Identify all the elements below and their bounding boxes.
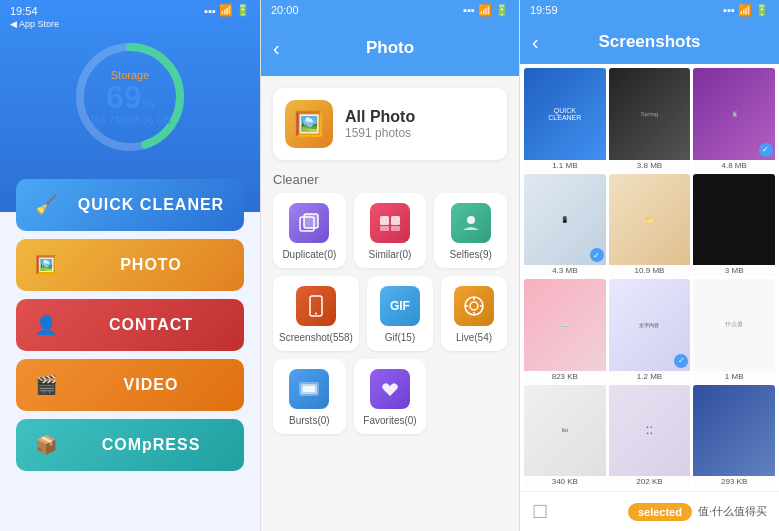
- screenshot-label: Screenshot(558): [279, 332, 353, 343]
- screenshot-thumb-8: 什么值: [693, 279, 775, 371]
- status-bar-3: 19:59 ▪▪▪ 📶 🔋: [520, 0, 779, 20]
- grid-item-live[interactable]: Live(54): [441, 276, 507, 351]
- svg-rect-7: [391, 226, 400, 231]
- screenshot-size-3: 4.3 MB: [524, 265, 606, 276]
- selfies-label: Selfies(9): [450, 249, 492, 260]
- grid-item-bursts[interactable]: Bursts(0): [273, 359, 346, 434]
- screenshot-cell-0[interactable]: QUICKCLEANER 1.1 MB: [524, 68, 606, 171]
- screenshot-cell-8[interactable]: 什么值 1 MB: [693, 279, 775, 382]
- all-photo-title: All Photo: [345, 108, 415, 126]
- wifi-icon-2: 📶: [478, 4, 492, 17]
- favorites-icon: [370, 369, 410, 409]
- wifi-icon: 📶: [219, 4, 233, 17]
- duplicate-icon: [289, 203, 329, 243]
- compress-button[interactable]: 📦 COMpRESS: [16, 419, 244, 471]
- photo-label: PHOTO: [72, 256, 230, 274]
- svg-rect-5: [391, 216, 400, 225]
- video-button[interactable]: 🎬 VIDEO: [16, 359, 244, 411]
- quick-cleaner-button[interactable]: 🧹 QUICK CLEANER: [16, 179, 244, 231]
- status-icons-2: ▪▪▪ 📶 🔋: [463, 4, 509, 17]
- screenshot-size-10: 202 KB: [609, 476, 691, 487]
- back-button-3[interactable]: ‹: [532, 31, 539, 54]
- select-all-icon[interactable]: ☐: [532, 501, 548, 523]
- screenshot-size-11: 293 KB: [693, 476, 775, 487]
- favorites-label: Favorites(0): [363, 415, 416, 426]
- svg-rect-19: [303, 386, 315, 392]
- screenshot-cell-7[interactable]: 文字内容 1.2 MB ✓: [609, 279, 691, 382]
- selfies-icon: [451, 203, 491, 243]
- svg-point-8: [467, 216, 475, 224]
- battery-icon: 🔋: [236, 4, 250, 17]
- all-photo-text: All Photo 1591 photos: [345, 108, 415, 140]
- bursts-label: Bursts(0): [289, 415, 330, 426]
- video-label: VIDEO: [72, 376, 230, 394]
- status-icons-3: ▪▪▪ 📶 🔋: [723, 4, 769, 17]
- photo-button[interactable]: 🖼️ PHOTO: [16, 239, 244, 291]
- panel-main: 19:54 ▪▪▪ 📶 🔋 ◀ App Store Storage 69% 16…: [0, 0, 260, 531]
- svg-point-12: [470, 302, 478, 310]
- screenshot-cell-2[interactable]: 🕺 4.8 MB ✓: [693, 68, 775, 171]
- bursts-icon: [289, 369, 329, 409]
- battery-icon-2: 🔋: [495, 4, 509, 17]
- all-photo-card[interactable]: 🖼️ All Photo 1591 photos: [273, 88, 507, 160]
- screenshot-cell-11[interactable]: 293 KB: [693, 385, 775, 488]
- panel-photo: 20:00 ▪▪▪ 📶 🔋 ‹ Photo 🖼️ All Photo 1591 …: [260, 0, 520, 531]
- check-badge-3: ✓: [590, 248, 604, 262]
- screenshot-cell-5[interactable]: 3 MB: [693, 174, 775, 277]
- screenshot-cell-6[interactable]: ⌨️ 823 KB: [524, 279, 606, 382]
- grid-item-gif[interactable]: GIF Gif(15): [367, 276, 433, 351]
- signal-icon-3: ▪▪▪: [723, 4, 735, 16]
- status-bar-1: 19:54 ▪▪▪ 📶 🔋: [0, 0, 260, 21]
- screenshot-thumb-10: • •• •: [609, 385, 691, 477]
- screenshot-thumb-0: QUICKCLEANER: [524, 68, 606, 160]
- screenshot-cell-10[interactable]: • •• • 202 KB: [609, 385, 691, 488]
- screenshots-header-title: Screenshots: [598, 32, 700, 52]
- storage-gb: 166.73/238.36 GB: [89, 115, 170, 126]
- screenshot-cell-9[interactable]: list 340 KB: [524, 385, 606, 488]
- screenshot-size-0: 1.1 MB: [524, 160, 606, 171]
- screenshot-size-2: 4.8 MB: [693, 160, 775, 171]
- quick-cleaner-icon: 🧹: [30, 189, 62, 221]
- wifi-icon-3: 📶: [738, 4, 752, 17]
- screenshot-cell-4[interactable]: 📁 10.9 MB: [609, 174, 691, 277]
- grid-item-selfies[interactable]: Selfies(9): [434, 193, 507, 268]
- grid-item-similar[interactable]: Similar(0): [354, 193, 427, 268]
- storage-percent-display: 69%: [89, 81, 170, 113]
- photo-header: ‹ Photo: [261, 20, 519, 76]
- panel-screenshots: 19:59 ▪▪▪ 📶 🔋 ‹ Screenshots QUICKCLEANER…: [520, 0, 779, 531]
- svg-rect-3: [304, 214, 318, 228]
- grid-item-favorites[interactable]: Favorites(0): [354, 359, 427, 434]
- svg-point-10: [315, 313, 317, 315]
- check-badge-2: ✓: [759, 143, 773, 157]
- grid-row-3: Bursts(0) Favorites(0): [273, 359, 507, 434]
- grid-item-duplicate[interactable]: Duplicate(0): [273, 193, 346, 268]
- screenshot-cell-1[interactable]: Spring 3.8 MB: [609, 68, 691, 171]
- contact-icon: 👤: [30, 309, 62, 341]
- contact-button[interactable]: 👤 CONTACT: [16, 299, 244, 351]
- grid-item-screenshot[interactable]: Screenshot(558): [273, 276, 359, 351]
- screenshot-thumb-4: 📁: [609, 174, 691, 266]
- storage-circle: Storage 69% 166.73/238.36 GB: [70, 37, 190, 157]
- signal-icon: ▪▪▪: [204, 5, 216, 17]
- cleaner-label: Cleaner: [261, 168, 519, 193]
- screenshots-grid: QUICKCLEANER 1.1 MB Spring 3.8 MB 🕺 4.8 …: [520, 64, 779, 491]
- bottom-bar: ☐ selected 值·什么值得买: [520, 491, 779, 531]
- storage-text: Storage 69% 166.73/238.36 GB: [89, 69, 170, 126]
- all-photo-icon: 🖼️: [285, 100, 333, 148]
- compress-label: COMpRESS: [72, 436, 230, 454]
- screenshot-cell-3[interactable]: 📱 4.3 MB ✓: [524, 174, 606, 277]
- photo-header-title: Photo: [366, 38, 414, 58]
- status-bar-2: 20:00 ▪▪▪ 📶 🔋: [261, 0, 519, 20]
- storage-percent: 69: [106, 79, 142, 115]
- screenshot-icon: [296, 286, 336, 326]
- video-icon: 🎬: [30, 369, 62, 401]
- photo-grid: Duplicate(0) Similar(0) Selfies(9) Sc: [261, 193, 519, 434]
- screenshot-size-5: 3 MB: [693, 265, 775, 276]
- back-button-2[interactable]: ‹: [273, 37, 280, 60]
- screenshot-size-4: 10.9 MB: [609, 265, 691, 276]
- svg-rect-6: [380, 226, 389, 231]
- photo-icon: 🖼️: [30, 249, 62, 281]
- screenshot-size-8: 1 MB: [693, 371, 775, 382]
- menu-container: 🧹 QUICK CLEANER 🖼️ PHOTO 👤 CONTACT 🎬 VID…: [0, 167, 260, 483]
- gif-icon: GIF: [380, 286, 420, 326]
